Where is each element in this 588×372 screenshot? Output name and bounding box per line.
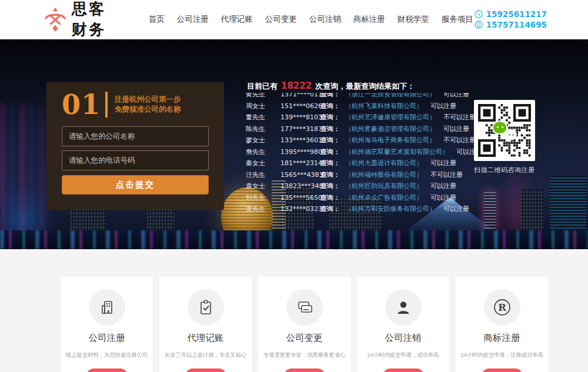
service-description: 24小时内提交申请，成功率高 bbox=[357, 351, 449, 359]
nav-item-home[interactable]: 首页 bbox=[148, 12, 166, 27]
query-phone: 151****0626 bbox=[280, 102, 320, 110]
top-header: 思客财务 首页 公司注册 代理记账 公司变更 公司注销 商标注册 财税学堂 服务… bbox=[0, 0, 588, 39]
nav-item-services[interactable]: 服务项目 bbox=[440, 12, 475, 27]
query-action-label: 查询： bbox=[320, 136, 345, 145]
query-name: 龙先生 bbox=[246, 205, 280, 213]
query-name: 刘先生 bbox=[246, 193, 280, 202]
query-company: （杭州君豪酒店管理有限公司） bbox=[345, 125, 436, 133]
submit-button[interactable]: 点击提交 bbox=[62, 175, 209, 195]
contact-phones: 15925611217 15757114695 bbox=[475, 9, 547, 29]
service-icon-circle bbox=[89, 289, 125, 326]
service-card[interactable]: 公司注销 24小时内提交申请，成功率高 bbox=[357, 277, 449, 372]
service-title: 公司注册 bbox=[61, 332, 153, 344]
nav-item-tax-school[interactable]: 财税学堂 bbox=[396, 12, 430, 27]
query-name: 董先生 bbox=[246, 113, 280, 122]
query-phone: 1395****980 bbox=[280, 148, 320, 156]
service-card[interactable]: 公司注册 线上提交材料，为您快速注册公司 bbox=[61, 277, 153, 372]
query-action-label: 查询： bbox=[320, 93, 345, 99]
query-company: （杭州卓众广告有限公司） bbox=[345, 193, 423, 202]
query-phone: 13823***348 bbox=[280, 182, 320, 190]
query-result-row: 秦女士 181****2314 查询： （杭州大墨设计有限公司） 可以注册 bbox=[246, 157, 499, 169]
query-phone: 177****3187 bbox=[280, 125, 320, 133]
company-name-input[interactable] bbox=[62, 126, 209, 146]
query-title-prefix: 目前已有 bbox=[247, 81, 278, 92]
form-title: 注册杭州公司第一步 免费核准公司的名称 bbox=[115, 95, 181, 115]
query-company: （杭州海马电子商务有限公司） bbox=[345, 136, 436, 145]
query-status: 可以注册 bbox=[430, 193, 456, 202]
query-status: 可以注册 bbox=[443, 205, 469, 213]
query-result-row: 刘先生 135****5650 查询： （杭州卓众广告有限公司） 可以注册 bbox=[246, 192, 499, 204]
query-phone: 133****3601 bbox=[280, 136, 320, 144]
brand-logo[interactable]: 思客财务 bbox=[44, 0, 122, 40]
clipboard-check-icon bbox=[197, 299, 215, 316]
query-action-label: 查询： bbox=[320, 193, 345, 202]
service-title: 商标注册 bbox=[456, 332, 548, 344]
service-description: 24小时内提交申请，注册成功率高 bbox=[456, 351, 548, 359]
service-icon-circle bbox=[188, 289, 224, 326]
form-step-header: 01 注册杭州公司第一步 免费核准公司的名称 bbox=[62, 91, 209, 118]
brand-logo-icon bbox=[44, 7, 66, 32]
query-result-row: 詹先生 1395****980 查询： （杭州德艺双馨艺术策划有限公司） 可以注… bbox=[246, 146, 499, 158]
service-card[interactable]: R 商标注册 24小时内提交申请，注册成功率高 bbox=[456, 277, 548, 372]
query-status: 不可以注册 bbox=[430, 170, 463, 179]
nav-item-company-change[interactable]: 公司变更 bbox=[264, 12, 298, 27]
query-action-label: 查询： bbox=[320, 125, 345, 133]
query-action-label: 查询： bbox=[320, 182, 345, 190]
query-results-list: 黄先生 1371****011 查询： （浙江一宏投资管理有限公司） 可以注册 … bbox=[246, 93, 499, 213]
service-card[interactable]: 公司变更 专项变更更专业，优质服务更省心 bbox=[258, 277, 350, 372]
service-more-button[interactable] bbox=[482, 368, 523, 372]
service-description: 从业三年以上会计师，专业又贴心 bbox=[159, 351, 252, 359]
query-status: 可以注册 bbox=[430, 102, 456, 110]
query-result-row: 袁女士 13823***348 查询： （杭州匠韵玩具有限公司） 可以注册 bbox=[246, 180, 499, 192]
service-description: 线上提交材料，为您快速注册公司 bbox=[61, 351, 153, 359]
service-icon-circle: R bbox=[484, 289, 520, 326]
query-company: （杭州万和安防服务有限公司） bbox=[345, 205, 436, 213]
mobile-icon bbox=[475, 21, 483, 29]
main-nav: 首页 公司注册 代理记账 公司变更 公司注销 商标注册 财税学堂 服务项目 bbox=[148, 12, 475, 27]
query-result-row: 廖女士 133****3601 查询： （杭州海马电子商务有限公司） 不可以注册 bbox=[246, 135, 499, 146]
service-card[interactable]: 代理记账 从业三年以上会计师，专业又贴心 bbox=[159, 277, 252, 372]
wechat-qr-code bbox=[474, 100, 535, 161]
query-phone: 135****5650 bbox=[280, 194, 320, 202]
wechat-icon bbox=[492, 120, 517, 140]
nav-item-company-cancel[interactable]: 公司注销 bbox=[308, 12, 342, 27]
query-company: （杭州艺泽健康管理有限公司） bbox=[345, 113, 436, 122]
service-more-button[interactable] bbox=[284, 368, 325, 372]
service-icon-circle bbox=[286, 289, 323, 326]
nav-item-trademark[interactable]: 商标注册 bbox=[352, 12, 386, 27]
query-company: （杭州飞莱科技有限公司） bbox=[345, 102, 423, 110]
nav-item-bookkeeping[interactable]: 代理记账 bbox=[220, 12, 254, 27]
query-company: （浙江一宏投资管理有限公司） bbox=[345, 93, 436, 99]
query-name: 周女士 bbox=[246, 102, 280, 110]
query-result-row: 周女士 151****0626 查询： （杭州飞莱科技有限公司） 可以注册 bbox=[246, 100, 499, 112]
service-title: 代理记账 bbox=[159, 332, 252, 344]
service-more-button[interactable] bbox=[185, 368, 226, 372]
query-company: （杭州德艺双馨艺术策划有限公司） bbox=[345, 148, 449, 156]
svg-text:R: R bbox=[497, 301, 506, 313]
query-counter-title: 目前已有 18222 次查询，最新查询结果如下： bbox=[247, 81, 415, 92]
services-section: 公司注册 线上提交材料，为您快速注册公司 代理记账 从业三年以上会计师，专业又贴… bbox=[0, 249, 588, 372]
query-action-label: 查询： bbox=[320, 159, 345, 167]
query-name: 袁女士 bbox=[246, 182, 280, 190]
hero-banner: 01 注册杭州公司第一步 免费核准公司的名称 点击提交 目前已有 18222 次… bbox=[0, 39, 588, 249]
service-more-button[interactable] bbox=[86, 368, 128, 372]
query-status: 可以注册 bbox=[430, 159, 456, 167]
cards-icon bbox=[295, 299, 314, 316]
query-rows: 黄先生 1371****011 查询： （浙江一宏投资管理有限公司） 可以注册 … bbox=[246, 93, 499, 213]
query-result-row: 黄先生 1371****011 查询： （浙江一宏投资管理有限公司） 可以注册 bbox=[246, 93, 499, 100]
query-action-label: 查询： bbox=[320, 113, 345, 122]
phone-number[interactable]: 15925611217 bbox=[486, 9, 547, 19]
phone-number-input[interactable] bbox=[62, 150, 209, 170]
query-action-label: 查询： bbox=[320, 205, 345, 213]
service-cards: 公司注册 线上提交材料，为您快速注册公司 代理记账 从业三年以上会计师，专业又贴… bbox=[61, 277, 548, 372]
query-status: 不可以注册 bbox=[443, 136, 476, 145]
query-name: 陈先生 bbox=[246, 125, 280, 133]
nav-item-company-register[interactable]: 公司注册 bbox=[176, 12, 210, 27]
phone-number[interactable]: 15757114695 bbox=[486, 20, 547, 29]
service-icon-circle bbox=[385, 289, 422, 326]
service-more-button[interactable] bbox=[383, 368, 424, 372]
query-name: 秦女士 bbox=[246, 159, 280, 167]
registered-trademark-icon: R bbox=[492, 297, 512, 317]
query-result-row: 董先生 139****8103 查询： （杭州艺泽健康管理有限公司） 不可以注册 bbox=[246, 112, 499, 123]
phone-row-1: 15925611217 bbox=[475, 9, 547, 19]
